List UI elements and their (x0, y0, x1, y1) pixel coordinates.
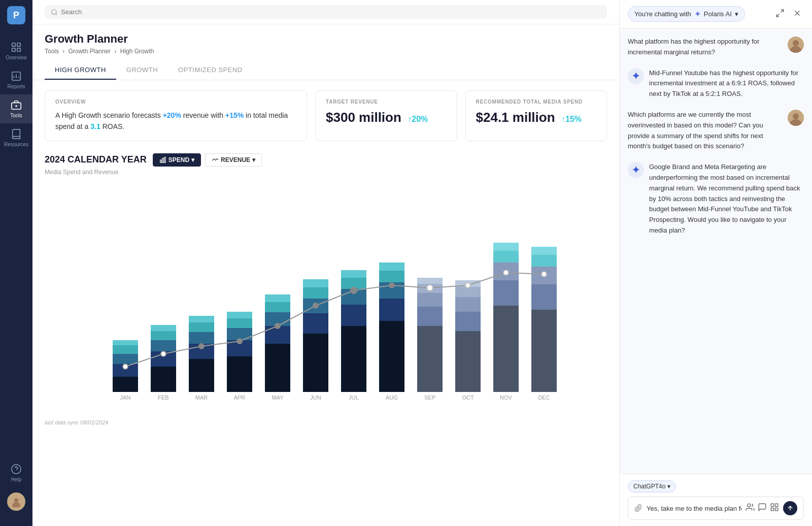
svg-rect-65 (417, 278, 443, 284)
sidebar-label-resources: Resources (4, 142, 28, 147)
svg-rect-34 (189, 322, 214, 332)
month-label-jul: JUL (349, 394, 359, 401)
svg-rect-63 (417, 293, 443, 307)
svg-line-17 (56, 13, 57, 15)
svg-line-81 (781, 10, 784, 12)
panel-actions (773, 7, 804, 21)
month-label-sep: SEP (424, 394, 435, 401)
svg-line-82 (776, 14, 779, 17)
month-label-jun: JUN (310, 394, 321, 401)
svg-rect-72 (493, 280, 519, 306)
chat-bubble-1: What platform has the highest opportunit… (628, 37, 783, 58)
svg-rect-56 (379, 321, 404, 392)
search-input[interactable] (61, 8, 601, 16)
svg-rect-49 (303, 287, 328, 299)
line-dot-aug (389, 283, 394, 288)
chat-bubble-2: Mid-Funnel Youtube has the highest oppor… (649, 68, 804, 100)
svg-rect-55 (341, 270, 366, 278)
main-content: Growth Planner Tools › Growth Planner › … (32, 0, 619, 526)
polaris-badge[interactable]: You're chatting with ✦ Polaris AI ▾ (628, 6, 745, 22)
svg-rect-0 (12, 43, 15, 46)
svg-rect-93 (775, 504, 778, 506)
overview-text: A High Growth scenario forecasts +20% re… (55, 110, 296, 133)
recommended-spend-value: $24.1 million ↑15% (476, 110, 597, 125)
svg-point-86 (793, 40, 799, 46)
svg-rect-62 (417, 307, 443, 326)
ai-star-avatar-2: ✦ (631, 163, 640, 177)
spend-btn[interactable]: SPEND ▾ (153, 153, 201, 167)
svg-rect-74 (493, 251, 519, 262)
ai-panel: You're chatting with ✦ Polaris AI ▾ (619, 0, 812, 526)
svg-rect-21 (113, 377, 138, 392)
sidebar: P Overview Reports (0, 0, 32, 526)
bar-mar (189, 316, 214, 392)
search-bar[interactable] (45, 5, 607, 19)
close-button[interactable] (791, 7, 804, 21)
svg-rect-71 (493, 306, 519, 392)
revenue-btn[interactable]: REVENUE ▾ (205, 153, 262, 167)
svg-rect-45 (265, 294, 290, 302)
bar-chart-icon (159, 156, 166, 163)
tab-high-growth[interactable]: HIGH GROWTH (45, 61, 116, 80)
tab-optimized-spend[interactable]: OPTIMIZED SPEND (168, 61, 253, 80)
expand-icon (775, 9, 785, 18)
month-label-may: MAY (272, 394, 284, 401)
bar-feb (151, 325, 176, 392)
bar-nov (493, 243, 519, 392)
svg-rect-75 (493, 243, 519, 251)
tab-growth[interactable]: GROWTH (116, 61, 168, 80)
user-avatar-1 (788, 37, 804, 53)
send-button[interactable] (783, 501, 797, 515)
people-icon[interactable] (746, 503, 755, 514)
chat-icon[interactable] (758, 503, 767, 514)
attach-icon[interactable] (634, 504, 642, 512)
svg-rect-47 (303, 313, 328, 334)
svg-rect-26 (151, 367, 176, 392)
month-label-mar: MAR (195, 394, 208, 401)
overview-label: OVERVIEW (55, 99, 296, 105)
target-revenue-card: TARGET REVENUE $300 million ↑20% (315, 90, 457, 141)
line-dot-jul (351, 287, 357, 293)
svg-rect-95 (775, 508, 778, 511)
svg-rect-59 (379, 271, 404, 282)
chat-input[interactable] (647, 505, 741, 512)
ai-name: Polaris AI (704, 10, 732, 18)
svg-rect-3 (17, 48, 20, 51)
svg-rect-33 (189, 332, 214, 344)
sidebar-item-overview[interactable]: Overview (0, 37, 32, 65)
bar-aug (379, 262, 404, 392)
svg-rect-80 (531, 247, 557, 255)
svg-rect-61 (417, 326, 443, 392)
chat-message-1: What platform has the highest opportunit… (628, 37, 804, 58)
month-label-nov: NOV (500, 394, 513, 401)
month-label-apr: APR (234, 394, 246, 401)
ai-avatar-1: ✦ (628, 68, 644, 84)
bar-oct (455, 280, 481, 392)
sidebar-item-tools[interactable]: Tools (0, 94, 32, 123)
bar-chart-svg: JAN FEB MAR APR MAY JUN JUL AUG SEP OCT … (45, 184, 607, 417)
svg-rect-25 (113, 340, 138, 345)
app-logo[interactable]: P (7, 6, 25, 24)
sidebar-label-overview: Overview (6, 55, 27, 60)
sidebar-item-resources[interactable]: Resources (0, 123, 32, 152)
sidebar-label-reports: Reports (7, 84, 25, 89)
line-chart-icon (212, 156, 219, 163)
expand-button[interactable] (773, 7, 787, 21)
svg-rect-57 (379, 299, 404, 321)
sidebar-item-profile[interactable] (0, 487, 32, 520)
chat-message-3: Which platforms are we currently the mos… (628, 110, 804, 152)
avatar (7, 492, 25, 511)
svg-rect-36 (227, 356, 252, 392)
line-dot-mar (199, 344, 204, 349)
chart-header: 2024 CALENDAR YEAR SPEND ▾ (45, 153, 607, 167)
svg-rect-79 (531, 255, 557, 267)
recommended-spend-card: RECOMMENDED TOTAL MEDIA SPEND $24.1 mill… (465, 90, 607, 141)
svg-point-11 (12, 465, 21, 474)
breadcrumb: Tools › Growth Planner › High Growth (45, 48, 607, 55)
user-avatar-2 (788, 110, 804, 126)
sidebar-item-help[interactable]: Help (0, 458, 32, 487)
sidebar-item-reports[interactable]: Reports (0, 65, 32, 94)
model-selector[interactable]: ChatGPT4o ▾ (628, 480, 676, 492)
month-label-jan: JAN (120, 394, 131, 401)
grid-icon[interactable] (770, 503, 779, 514)
